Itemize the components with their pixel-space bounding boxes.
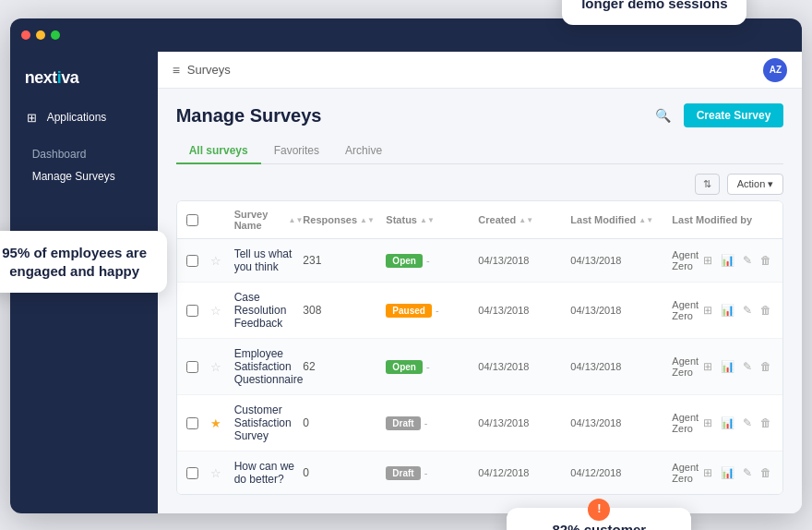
dot-yellow[interactable] (36, 30, 45, 40)
responses-count-2: 62 (303, 360, 386, 373)
modified-date-1: 04/13/2018 (570, 305, 672, 316)
created-date-2: 04/13/2018 (478, 361, 570, 372)
header-modified-by: Last Modified by (672, 214, 773, 225)
chart-btn-1[interactable]: 📊 (719, 302, 736, 319)
row-checkbox-3[interactable] (186, 417, 198, 429)
row-actions-3: ⊞ 📊 ✎ 🗑 (701, 415, 773, 431)
responses-count-1: 308 (303, 304, 386, 317)
star-icon-2[interactable]: ☆ (210, 360, 221, 374)
callout-top: ! 65% of visitors want longer demo sessi… (562, 0, 746, 25)
star-icon-4[interactable]: ☆ (210, 466, 221, 480)
modified-date-2: 04/13/2018 (570, 361, 672, 372)
tab-all-surveys[interactable]: All surveys (176, 139, 261, 164)
surveys-table: Survey Name ▲▼ Responses ▲▼ Status ▲▼ (176, 200, 784, 495)
filter-icon: ⇅ (703, 178, 711, 190)
status-dash-3: - (424, 417, 428, 428)
avatar-initials: AZ (770, 65, 782, 75)
grid-icon: ⊞ (25, 110, 40, 125)
row-star-col-4: ☆ (210, 466, 234, 480)
modified-by-4: Agent Zero (672, 462, 701, 484)
status-dash-1: - (436, 305, 439, 316)
copy-btn-1[interactable]: ⊞ (701, 302, 714, 319)
chart-btn-4[interactable]: 📊 (719, 464, 736, 481)
header-status[interactable]: Status ▲▼ (386, 214, 478, 225)
edit-btn-3[interactable]: ✎ (741, 415, 754, 431)
edit-btn-0[interactable]: ✎ (741, 252, 754, 269)
callout-top-text: 65% of visitors want longer demo session… (581, 0, 727, 11)
sort-arrow-responses: ▲▼ (360, 216, 375, 224)
delete-btn-4[interactable]: 🗑 (758, 464, 773, 481)
survey-name-1[interactable]: Case Resolution Feedback (234, 291, 304, 330)
header-responses[interactable]: Responses ▲▼ (303, 214, 386, 225)
copy-btn-0[interactable]: ⊞ (701, 252, 714, 269)
delete-btn-2[interactable]: 🗑 (758, 358, 773, 375)
created-date-4: 04/12/2018 (478, 467, 570, 478)
filter-button[interactable]: ⇅ (695, 174, 720, 195)
survey-name-2[interactable]: Employee Satisfaction Questionnaire (234, 347, 304, 386)
survey-name-4[interactable]: How can we do better? (234, 460, 304, 486)
header-last-modified[interactable]: Last Modified ▲▼ (570, 214, 672, 225)
sort-arrow-created: ▲▼ (519, 216, 533, 224)
row-checkbox-1[interactable] (186, 305, 198, 317)
modified-date-0: 04/13/2018 (570, 255, 672, 266)
create-survey-button[interactable]: Create Survey (684, 103, 784, 127)
header-created[interactable]: Created ▲▼ (478, 214, 570, 225)
modified-by-cell-3: Agent Zero ⊞ 📊 ✎ 🗑 (672, 412, 773, 434)
chart-btn-3[interactable]: 📊 (719, 415, 736, 431)
header-title: Surveys (187, 63, 231, 77)
dot-green[interactable] (51, 30, 60, 40)
header-right: AZ (763, 58, 787, 82)
sidebar-item-manage-surveys[interactable]: Manage Surveys (10, 165, 158, 187)
sidebar-item-applications[interactable]: ⊞ Applications (10, 102, 158, 132)
select-all-checkbox[interactable] (186, 214, 198, 226)
sidebar-manage-surveys-label: Manage Surveys (32, 170, 115, 183)
dot-red[interactable] (21, 30, 30, 40)
modified-by-cell-1: Agent Zero ⊞ 📊 ✎ 🗑 (672, 299, 773, 321)
modified-by-1: Agent Zero (672, 299, 701, 321)
edit-btn-2[interactable]: ✎ (741, 358, 754, 375)
action-button[interactable]: Action ▾ (727, 174, 784, 195)
star-icon-3[interactable]: ★ (210, 416, 221, 430)
row-actions-4: ⊞ 📊 ✎ 🗑 (701, 464, 773, 481)
star-icon-0[interactable]: ☆ (210, 254, 221, 268)
star-icon-1[interactable]: ☆ (210, 304, 221, 318)
header-bar: ≡ Surveys AZ (158, 52, 803, 89)
status-badge-3: Draft (386, 416, 420, 430)
sidebar-item-dashboard[interactable]: Dashboard (10, 143, 158, 165)
row-checkbox-4[interactable] (186, 467, 198, 479)
main-content: ≡ Surveys AZ Manage Surveys 🔍 Creat (158, 52, 803, 513)
tab-favorites[interactable]: Favorites (261, 139, 332, 164)
status-badge-2: Open (386, 360, 423, 374)
delete-btn-1[interactable]: 🗑 (758, 302, 773, 319)
edit-btn-1[interactable]: ✎ (741, 302, 754, 319)
tabs: All surveys Favorites Archive (176, 139, 784, 164)
delete-btn-0[interactable]: 🗑 (758, 252, 773, 269)
responses-count-4: 0 (303, 466, 386, 479)
modified-by-0: Agent Zero (672, 249, 701, 271)
table-header-row: Survey Name ▲▼ Responses ▲▼ Status ▲▼ (177, 201, 783, 239)
survey-name-0[interactable]: Tell us what you think (234, 247, 304, 273)
sidebar-section (10, 132, 158, 143)
modified-date-4: 04/12/2018 (570, 467, 672, 478)
table-row: ☆ How can we do better? 0 Draft - 04/12/… (177, 452, 783, 494)
copy-btn-2[interactable]: ⊞ (701, 358, 714, 375)
delete-btn-3[interactable]: 🗑 (758, 415, 773, 431)
row-checkbox-0[interactable] (186, 255, 198, 267)
chart-btn-2[interactable]: 📊 (719, 358, 736, 375)
modified-by-cell-0: Agent Zero ⊞ 📊 ✎ 🗑 (672, 249, 773, 271)
survey-name-3[interactable]: Customer Satisfaction Survey (234, 404, 304, 442)
created-date-3: 04/13/2018 (478, 417, 570, 428)
header-survey-name[interactable]: Survey Name ▲▼ (234, 209, 304, 231)
edit-btn-4[interactable]: ✎ (741, 464, 754, 481)
row-actions-2: ⊞ 📊 ✎ 🗑 (701, 358, 773, 375)
row-star-col-0: ☆ (210, 254, 234, 268)
copy-btn-4[interactable]: ⊞ (701, 464, 714, 481)
search-button[interactable]: 🔍 (651, 104, 675, 126)
copy-btn-3[interactable]: ⊞ (701, 415, 714, 431)
status-cell-1: Paused - (386, 304, 478, 318)
row-checkbox-2[interactable] (186, 361, 198, 373)
row-checkbox-col (186, 467, 210, 479)
tab-archive[interactable]: Archive (332, 139, 395, 164)
status-cell-0: Open - (386, 254, 478, 268)
chart-btn-0[interactable]: 📊 (719, 252, 736, 269)
